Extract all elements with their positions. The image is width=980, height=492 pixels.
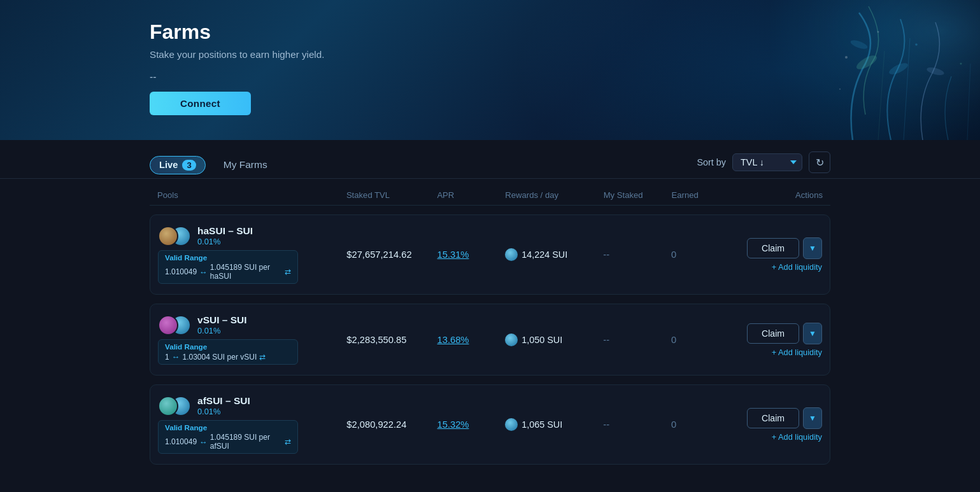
add-liquidity-link[interactable]: + Add liquidity [772, 432, 822, 442]
actions-row: Claim ▼ [747, 323, 822, 344]
dropdown-button[interactable]: ▼ [803, 237, 822, 259]
hasui-icon [158, 226, 178, 246]
hero-subtitle: Stake your positions to earn higher yiel… [150, 49, 324, 60]
staked-tvl: $2,283,550.85 [346, 335, 437, 345]
pool-fee: 0.01% [197, 407, 250, 416]
sort-label: Sort by [697, 157, 726, 167]
main-content: Live 3 My Farms Sort by TVL ↓ APR ↓ Rewa… [0, 140, 980, 492]
staked-tvl: $27,657,214.62 [346, 250, 437, 260]
claim-button[interactable]: Claim [747, 238, 799, 258]
svg-point-0 [725, 0, 980, 140]
pool-fee: 0.01% [197, 326, 247, 335]
apr-value[interactable]: 13.68% [437, 335, 506, 345]
col-actions: Actions [725, 190, 823, 200]
token-icons [158, 315, 191, 335]
col-pools: Pools [157, 190, 346, 200]
connect-button[interactable]: Connect [150, 92, 251, 115]
sort-area: Sort by TVL ↓ APR ↓ Rewards ↓ ↻ [697, 151, 830, 178]
dropdown-button[interactable]: ▼ [803, 323, 822, 344]
dropdown-button[interactable]: ▼ [803, 407, 822, 429]
col-staked-tvl: Staked TVL [346, 190, 437, 200]
tabs-bar: Live 3 My Farms Sort by TVL ↓ APR ↓ Rewa… [0, 140, 980, 179]
farms-table: Pools Staked TVL APR Rewards / day My St… [0, 181, 980, 465]
live-count-badge: 3 [182, 160, 195, 171]
token-icons [158, 396, 191, 416]
svg-point-7 [915, 43, 918, 46]
valid-range-value: 1.010049 ↔ 1.045189 SUI per haSUI ⇄ [165, 263, 291, 281]
pool-header: afSUI – SUI 0.01% [158, 395, 346, 416]
claim-button[interactable]: Claim [747, 408, 799, 428]
pool-header: haSUI – SUI 0.01% [158, 225, 346, 246]
table-header: Pools Staked TVL APR Rewards / day My St… [150, 181, 830, 206]
actions-cell: Claim ▼ + Add liquidity [724, 407, 822, 442]
claim-button[interactable]: Claim [747, 323, 799, 344]
rewards-amount: 14,224 SUI [522, 250, 567, 260]
table-row: haSUI – SUI 0.01% Valid Range 1.010049 ↔… [150, 214, 830, 295]
valid-range-label: Valid Range [165, 342, 291, 351]
apr-value[interactable]: 15.32% [437, 419, 506, 430]
actions-row: Claim ▼ [747, 237, 822, 259]
col-my-staked: My Staked [604, 190, 672, 200]
svg-point-5 [845, 56, 848, 59]
svg-point-8 [839, 88, 841, 90]
my-staked: -- [603, 419, 671, 430]
add-liquidity-link[interactable]: + Add liquidity [772, 348, 822, 357]
vsui-icon [158, 315, 178, 335]
actions-cell: Claim ▼ + Add liquidity [724, 323, 822, 357]
rewards-cell: 1,065 SUI [505, 418, 603, 431]
col-rewards-day: Rewards / day [505, 190, 603, 200]
sui-reward-icon [505, 248, 518, 261]
staked-tvl: $2,080,922.24 [346, 419, 437, 430]
page-title: Farms [150, 20, 324, 44]
token-icons [158, 226, 191, 246]
earned-value: 0 [671, 250, 724, 260]
rewards-amount: 1,050 SUI [522, 335, 562, 345]
rewards-cell: 1,050 SUI [505, 334, 603, 346]
pool-name: vSUI – SUI [197, 314, 247, 326]
sui-reward-icon [505, 334, 518, 346]
earned-value: 0 [671, 335, 724, 345]
my-staked: -- [603, 335, 671, 345]
pool-header: vSUI – SUI 0.01% [158, 314, 346, 335]
pool-fee: 0.01% [197, 237, 253, 246]
refresh-button[interactable]: ↻ [809, 151, 830, 173]
sui-reward-icon [505, 418, 518, 431]
pool-info: haSUI – SUI 0.01% [197, 225, 253, 246]
valid-range-box: Valid Range 1.010049 ↔ 1.045189 SUI per … [158, 250, 298, 284]
afsui-icon [158, 396, 178, 416]
rewards-amount: 1,065 SUI [522, 419, 562, 430]
table-row: vSUI – SUI 0.01% Valid Range 1 ↔ 1.03004… [150, 304, 830, 376]
pool-cell-afsui: afSUI – SUI 0.01% Valid Range 1.010049 ↔… [158, 395, 346, 454]
hero-section: Farms Stake your positions to earn highe… [0, 0, 980, 140]
table-row: afSUI – SUI 0.01% Valid Range 1.010049 ↔… [150, 384, 830, 465]
my-staked: -- [603, 250, 671, 260]
pool-cell-vsui: vSUI – SUI 0.01% Valid Range 1 ↔ 1.03004… [158, 314, 346, 365]
col-apr: APR [437, 190, 505, 200]
rewards-cell: 14,224 SUI [505, 248, 603, 261]
hero-content: Farms Stake your positions to earn highe… [150, 20, 324, 115]
actions-cell: Claim ▼ + Add liquidity [724, 237, 822, 272]
tab-my-farms[interactable]: My Farms [217, 156, 274, 174]
hero-decoration [534, 0, 980, 140]
svg-point-6 [877, 31, 879, 33]
valid-range-label: Valid Range [165, 253, 291, 262]
earned-value: 0 [671, 419, 724, 430]
valid-range-box: Valid Range 1 ↔ 1.03004 SUI per vSUI ⇄ [158, 339, 298, 365]
pool-cell-hasui: haSUI – SUI 0.01% Valid Range 1.010049 ↔… [158, 225, 346, 284]
hero-dash: -- [150, 71, 324, 83]
tab-live[interactable]: Live 3 [150, 156, 206, 174]
pool-info: vSUI – SUI 0.01% [197, 314, 247, 335]
svg-point-9 [960, 63, 962, 65]
add-liquidity-link[interactable]: + Add liquidity [772, 262, 822, 272]
actions-row: Claim ▼ [747, 407, 822, 429]
pool-name: haSUI – SUI [197, 225, 253, 237]
tab-live-label: Live [159, 160, 178, 170]
pool-name: afSUI – SUI [197, 395, 250, 407]
valid-range-value: 1 ↔ 1.03004 SUI per vSUI ⇄ [165, 352, 291, 362]
pool-info: afSUI – SUI 0.01% [197, 395, 250, 416]
apr-value[interactable]: 15.31% [437, 250, 506, 260]
valid-range-label: Valid Range [165, 423, 291, 432]
sort-select[interactable]: TVL ↓ APR ↓ Rewards ↓ [732, 153, 802, 171]
col-earned: Earned [672, 190, 725, 200]
valid-range-box: Valid Range 1.010049 ↔ 1.045189 SUI per … [158, 420, 298, 454]
